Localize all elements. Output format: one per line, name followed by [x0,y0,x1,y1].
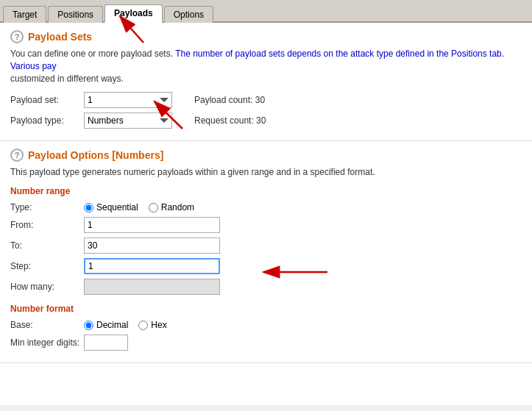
payload-options-header: ? Payload Options [Numbers] [10,149,522,162]
decimal-radio[interactable] [84,321,93,330]
main-content: ? Payload Sets You can define one or mor… [0,23,532,405]
payload-sets-title: Payload Sets [28,31,92,43]
payload-options-section: ? Payload Options [Numbers] This payload… [0,141,532,363]
payload-type-row: Payload type: Numbers Request count: 30 [10,112,522,129]
payload-count-value: 30 [255,95,265,105]
how-many-input [84,279,220,295]
min-integer-label: Min integer digits: [10,337,84,348]
min-integer-input[interactable] [84,335,128,351]
payload-type-label: Payload type: [10,115,84,126]
sequential-radio[interactable] [84,203,93,212]
payload-options-help-icon[interactable]: ? [10,149,24,162]
base-label: Base: [10,320,84,330]
tab-positions[interactable]: Positions [48,6,103,23]
how-many-row: How many: [10,279,522,295]
payload-sets-description: You can define one or more payload sets.… [10,48,522,85]
from-label: From: [10,220,84,230]
min-integer-row: Min integer digits: [10,335,522,351]
type-row: Type: Sequential Random [10,202,522,212]
payload-options-description: This payload type generates numeric payl… [10,166,522,179]
to-label: To: [10,240,84,251]
type-radio-group: Sequential Random [84,202,194,212]
number-format-label: Number format [10,304,522,314]
tab-payloads[interactable]: Payloads [104,4,163,23]
random-radio[interactable] [149,203,158,212]
base-radio-group: Decimal Hex [84,320,167,330]
type-label: Type: [10,202,84,212]
payload-type-select[interactable]: Numbers [84,112,172,129]
sequential-radio-label[interactable]: Sequential [84,202,138,212]
request-count-label: Request count: [194,115,254,126]
to-row: To: [10,237,522,254]
payload-count-label: Payload count: [194,95,252,105]
tabs-bar: Target Positions Payloads Options [0,0,532,23]
payload-set-row: Payload set: 1 Payload count: 30 [10,92,522,108]
request-count-area: Request count: 30 [194,115,266,126]
tab-options[interactable]: Options [164,6,213,23]
payload-count-area: Payload count: 30 [194,95,265,105]
payload-sets-section: ? Payload Sets You can define one or mor… [0,23,532,141]
tab-target[interactable]: Target [3,6,46,23]
number-range-label: Number range [10,186,522,196]
payload-options-title: Payload Options [Numbers] [28,149,163,161]
payload-sets-header: ? Payload Sets [10,30,522,43]
from-input[interactable] [84,217,220,233]
request-count-value: 30 [256,115,266,126]
base-row: Base: Decimal Hex [10,320,522,330]
hex-radio-label[interactable]: Hex [138,320,166,330]
hex-radio[interactable] [138,321,148,330]
to-input[interactable] [84,237,220,254]
payload-set-select[interactable]: 1 [84,92,172,108]
from-row: From: [10,217,522,233]
how-many-label: How many: [10,282,84,292]
step-label: Step: [10,261,84,271]
step-row: Step: [10,258,522,274]
decimal-radio-label[interactable]: Decimal [84,320,128,330]
step-input[interactable] [84,258,220,274]
payload-sets-help-icon[interactable]: ? [10,30,24,43]
random-radio-label[interactable]: Random [149,202,194,212]
payload-set-label: Payload set: [10,95,84,105]
